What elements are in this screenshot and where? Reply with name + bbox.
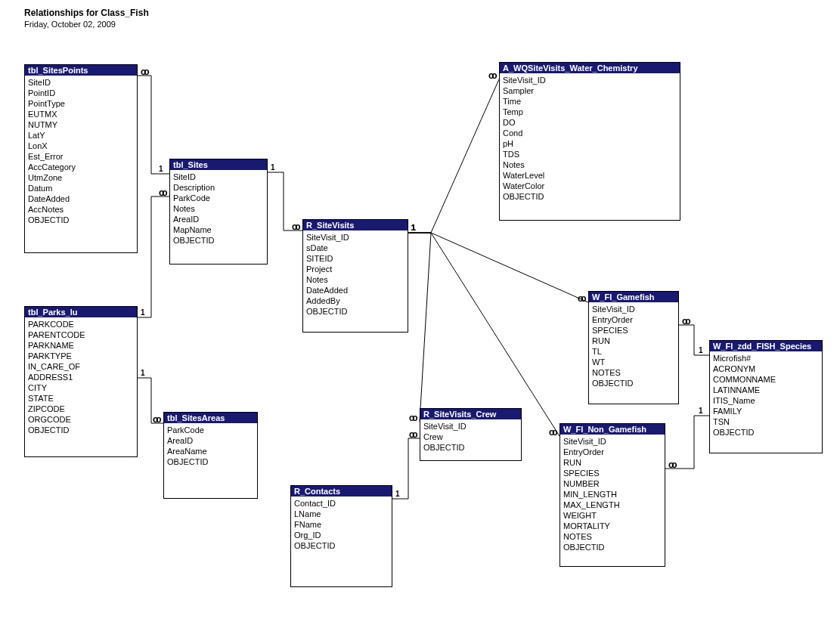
field[interactable]: PARENTCODE — [25, 329, 137, 340]
field[interactable]: SiteVisit_ID — [500, 75, 680, 85]
field[interactable]: SiteVisit_ID — [560, 436, 665, 447]
field[interactable]: LATINNAME — [710, 385, 822, 395]
field[interactable]: TDS — [500, 149, 680, 159]
field[interactable]: LonX — [25, 141, 137, 151]
field[interactable]: OBJECTID — [25, 425, 137, 435]
field[interactable]: UtmZone — [25, 172, 137, 183]
table-header[interactable]: tbl_SitesPoints — [25, 65, 137, 76]
field[interactable]: ParkCode — [170, 193, 267, 203]
field[interactable]: EntryOrder — [589, 314, 678, 325]
field[interactable]: TL — [589, 346, 678, 357]
table-tbl_SitesPoints[interactable]: tbl_SitesPointsSiteIDPointIDPointTypeEUT… — [24, 64, 138, 253]
field[interactable]: OBJECTID — [164, 456, 257, 467]
field[interactable]: MapName — [170, 224, 267, 235]
field[interactable]: TSN — [710, 416, 822, 427]
field[interactable]: PARKTYPE — [25, 351, 137, 361]
field[interactable]: AreaID — [164, 435, 257, 446]
table-W_FI_zdd_FISH_Species[interactable]: W_FI_zdd_FISH_SpeciesMicrofish#ACRONYMCO… — [709, 340, 823, 453]
field[interactable]: SITEID — [303, 253, 408, 264]
field[interactable]: PARKNAME — [25, 340, 137, 351]
field[interactable]: OBJECTID — [560, 542, 665, 552]
field[interactable]: OBJECTID — [291, 540, 392, 551]
table-W_FI_Non_Gamefish[interactable]: W_FI_Non_GamefishSiteVisit_IDEntryOrderR… — [559, 423, 665, 567]
field[interactable]: Temp — [500, 107, 680, 117]
field[interactable]: AccCategory — [25, 162, 137, 172]
table-A_WQSiteVisits_Water_Chemistry[interactable]: A_WQSiteVisits_Water_ChemistrySiteVisit_… — [499, 62, 680, 221]
field[interactable]: DateAdded — [303, 285, 408, 295]
field[interactable]: Est_Error — [25, 151, 137, 162]
table-header[interactable]: A_WQSiteVisits_Water_Chemistry — [500, 63, 680, 73]
field[interactable]: SiteID — [170, 172, 267, 182]
field[interactable]: RUN — [560, 457, 665, 468]
field[interactable]: Description — [170, 182, 267, 193]
field[interactable]: OBJECTID — [589, 378, 678, 388]
field[interactable]: WEIGHT — [560, 510, 665, 521]
table-tbl_SitesAreas[interactable]: tbl_SitesAreasParkCodeAreaIDAreaNameOBJE… — [163, 412, 258, 499]
field[interactable]: FAMILY — [710, 406, 822, 416]
field[interactable]: Datum — [25, 183, 137, 193]
field[interactable]: AreaID — [170, 214, 267, 224]
field[interactable]: DateAdded — [25, 193, 137, 204]
field[interactable]: MIN_LENGTH — [560, 489, 665, 500]
field[interactable]: ZIPCODE — [25, 404, 137, 414]
field[interactable]: RUN — [589, 336, 678, 346]
field[interactable]: Contact_ID — [291, 498, 392, 509]
field[interactable]: Cond — [500, 128, 680, 138]
field[interactable]: SPECIES — [589, 325, 678, 336]
field[interactable]: ADDRESS1 — [25, 372, 137, 382]
field[interactable]: SiteVisit_ID — [589, 304, 678, 314]
field[interactable]: ITIS_Name — [710, 395, 822, 406]
field[interactable]: NUTMY — [25, 119, 137, 130]
field[interactable]: Notes — [303, 274, 408, 285]
field[interactable]: Notes — [170, 203, 267, 214]
field[interactable]: PARKCODE — [25, 319, 137, 329]
field[interactable]: Sampler — [500, 85, 680, 96]
field[interactable]: PointID — [25, 88, 137, 98]
table-header[interactable]: W_FI_zdd_FISH_Species — [710, 341, 822, 351]
field[interactable]: PointType — [25, 98, 137, 109]
field[interactable]: SiteID — [25, 77, 137, 88]
field[interactable]: MORTALITY — [560, 521, 665, 531]
field[interactable]: NUMBER — [560, 478, 665, 489]
field[interactable]: sDate — [303, 243, 408, 253]
table-header[interactable]: tbl_Parks_lu — [25, 307, 137, 317]
field[interactable]: OBJECTID — [170, 235, 267, 246]
table-R_SiteVisits[interactable]: R_SiteVisitsSiteVisit_IDsDateSITEIDProje… — [302, 219, 408, 333]
field[interactable]: EntryOrder — [560, 447, 665, 457]
field[interactable]: FName — [291, 519, 392, 530]
field[interactable]: Org_ID — [291, 530, 392, 540]
field[interactable]: LatY — [25, 130, 137, 141]
table-header[interactable]: tbl_Sites — [170, 159, 267, 170]
field[interactable]: DO — [500, 117, 680, 128]
field[interactable]: STATE — [25, 393, 137, 404]
field[interactable]: SiteVisit_ID — [303, 232, 408, 243]
field[interactable]: IN_CARE_OF — [25, 361, 137, 372]
field[interactable]: AddedBy — [303, 295, 408, 306]
field[interactable]: ParkCode — [164, 425, 257, 435]
field[interactable]: CITY — [25, 382, 137, 393]
field[interactable]: Notes — [500, 159, 680, 170]
table-header[interactable]: W_FI_Gamefish — [589, 292, 678, 302]
field[interactable]: LName — [291, 509, 392, 519]
field[interactable]: AreaName — [164, 446, 257, 456]
table-header[interactable]: tbl_SitesAreas — [164, 413, 257, 423]
field[interactable]: EUTMX — [25, 109, 137, 119]
field[interactable]: OBJECTID — [710, 427, 822, 438]
field[interactable]: NOTES — [560, 531, 665, 542]
field[interactable]: pH — [500, 138, 680, 149]
field[interactable]: WaterLevel — [500, 170, 680, 181]
field[interactable]: ACRONYM — [710, 363, 822, 374]
field[interactable]: Project — [303, 264, 408, 274]
table-R_SiteVisits_Crew[interactable]: R_SiteVisits_CrewSiteVisit_IDCrewOBJECTI… — [420, 408, 522, 461]
table-header[interactable]: R_SiteVisits — [303, 220, 408, 230]
table-R_Contacts[interactable]: R_ContactsContact_IDLNameFNameOrg_IDOBJE… — [290, 485, 392, 587]
field[interactable]: Crew — [420, 432, 521, 442]
field[interactable]: Time — [500, 96, 680, 107]
table-header[interactable]: W_FI_Non_Gamefish — [560, 424, 665, 435]
table-W_FI_Gamefish[interactable]: W_FI_GamefishSiteVisit_IDEntryOrderSPECI… — [588, 291, 679, 404]
field[interactable]: SPECIES — [560, 468, 665, 478]
table-tbl_Parks_lu[interactable]: tbl_Parks_luPARKCODEPARENTCODEPARKNAMEPA… — [24, 306, 138, 457]
table-header[interactable]: R_SiteVisits_Crew — [420, 409, 521, 419]
field[interactable]: WaterColor — [500, 181, 680, 191]
field[interactable]: OBJECTID — [25, 215, 137, 225]
